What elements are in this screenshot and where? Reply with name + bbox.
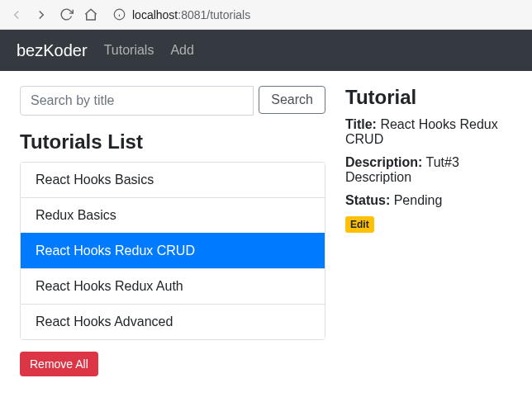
- description-label: Description:: [345, 155, 422, 169]
- reload-icon[interactable]: [58, 7, 74, 23]
- detail-title-row: Title: React Hooks Redux CRUD: [345, 117, 512, 147]
- remove-all-button[interactable]: Remove All: [20, 352, 98, 376]
- nav-link-tutorials[interactable]: Tutorials: [104, 43, 154, 58]
- app-navbar: bezKoder Tutorials Add: [0, 30, 532, 71]
- nav-link-add[interactable]: Add: [170, 43, 193, 58]
- search-input[interactable]: [20, 86, 254, 116]
- back-icon[interactable]: [8, 7, 25, 23]
- search-group: Search: [20, 86, 325, 116]
- list-item[interactable]: Redux Basics: [21, 197, 325, 233]
- left-column: Search Tutorials List React Hooks Basics…: [20, 86, 325, 376]
- list-heading: Tutorials List: [20, 130, 325, 154]
- detail-description-row: Description: Tut#3 Description: [345, 155, 512, 185]
- url-text: localhost:8081/tutorials: [132, 8, 250, 21]
- list-item[interactable]: React Hooks Advanced: [21, 304, 325, 339]
- title-label: Title:: [345, 117, 377, 131]
- detail-heading: Tutorial: [345, 86, 512, 109]
- main-container: Search Tutorials List React Hooks Basics…: [0, 71, 532, 391]
- search-button[interactable]: Search: [259, 86, 325, 114]
- info-icon: [111, 7, 127, 23]
- tutorials-list: React Hooks Basics Redux Basics React Ho…: [20, 162, 325, 340]
- list-item[interactable]: React Hooks Redux CRUD: [21, 233, 325, 268]
- forward-icon[interactable]: [33, 7, 50, 23]
- home-icon[interactable]: [83, 7, 99, 23]
- status-label: Status:: [345, 193, 390, 207]
- address-bar[interactable]: localhost:8081/tutorials: [111, 7, 250, 23]
- edit-button[interactable]: Edit: [345, 216, 374, 233]
- list-item[interactable]: React Hooks Basics: [21, 163, 325, 197]
- status-value: Pending: [394, 193, 443, 207]
- browser-toolbar: localhost:8081/tutorials: [0, 0, 532, 30]
- brand[interactable]: bezKoder: [17, 41, 88, 60]
- right-column: Tutorial Title: React Hooks Redux CRUD D…: [345, 86, 512, 233]
- list-item[interactable]: React Hooks Redux Auth: [21, 268, 325, 304]
- detail-status-row: Status: Pending: [345, 193, 512, 208]
